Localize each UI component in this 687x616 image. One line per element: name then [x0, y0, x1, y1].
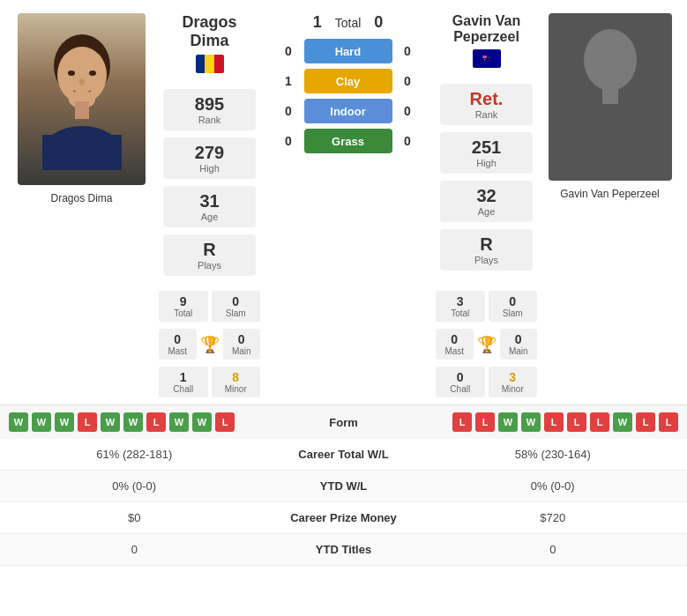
form-badge-left-7: L: [146, 412, 166, 432]
form-left: W W W L W W L W W L: [9, 412, 300, 432]
form-badge-right-6: L: [567, 412, 586, 432]
right-plays-label: Plays: [447, 255, 526, 265]
svg-point-4: [79, 78, 85, 85]
score-left: 1: [309, 13, 326, 32]
left-player-photo-section: Dragos Dima: [9, 13, 154, 278]
right-mast-num: 0: [439, 332, 470, 346]
left-slam-cell: 0 Slam: [212, 291, 261, 322]
left-total-num: 9: [162, 294, 205, 308]
left-player-silhouette: [38, 29, 126, 170]
form-badge-right-7: L: [590, 412, 609, 432]
form-badge-right-3: W: [498, 412, 518, 432]
left-slam-num: 0: [215, 294, 258, 308]
left-slam-label: Slam: [215, 308, 258, 318]
ytd-titles-center: YTD Titles: [256, 543, 432, 556]
ytd-wl-center: YTD W/L: [256, 479, 432, 493]
left-minor-num: 8: [215, 370, 258, 384]
right-age-num: 32: [447, 186, 526, 206]
surface-buttons: 0 Hard 0 1 Clay 0 0 Indoor 0: [265, 39, 431, 153]
right-chall-minor: 0 Chall 3 Minor: [436, 367, 537, 397]
flag-blue: [196, 55, 205, 73]
svg-rect-10: [602, 85, 618, 104]
left-chall-cell: 1 Chall: [159, 367, 208, 397]
form-right: L L W W L L L W L L: [388, 412, 679, 432]
left-high-label: High: [170, 163, 249, 174]
surface-grass-row: 0 Grass 0: [265, 129, 431, 153]
left-age-num: 31: [170, 191, 249, 212]
right-main-cell: 0 Main: [500, 329, 538, 360]
right-high-num: 251: [447, 137, 526, 158]
right-flag: 🇦🇺: [473, 49, 501, 68]
indoor-button[interactable]: Indoor: [304, 99, 392, 123]
center-section: 1 Total 0 0 Hard 0 1 Clay 0: [265, 13, 431, 278]
surface-clay-row: 1 Clay 0: [265, 69, 431, 93]
right-mast-cell: 0 Mast: [436, 329, 474, 360]
left-age-label: Age: [170, 212, 249, 222]
left-minor-label: Minor: [215, 384, 258, 394]
right-total-cell: 3 Total: [436, 291, 485, 322]
ytd-titles-left: 0: [13, 543, 256, 556]
career-total-left: 61% (282-181): [13, 448, 256, 461]
left-plays-val: R: [170, 240, 249, 260]
left-chall-minor: 1 Chall 8 Minor: [159, 367, 260, 397]
form-badge-right-8: W: [613, 412, 632, 432]
grass-button[interactable]: Grass: [304, 129, 392, 153]
prize-money-left: $0: [13, 511, 256, 524]
right-total-label: Total: [439, 308, 482, 318]
form-badge-right-4: W: [521, 412, 541, 432]
form-badge-left-8: W: [169, 412, 189, 432]
left-flag: [196, 55, 224, 73]
right-rank-num: Ret.: [447, 89, 526, 109]
surface-hard-row: 0 Hard 0: [265, 39, 431, 63]
trophy-icon-left: 🏆: [200, 335, 220, 354]
left-main-num: 0: [227, 332, 258, 346]
left-mast-num: 0: [162, 332, 193, 346]
right-plays-val: R: [447, 234, 526, 255]
left-total-slam: 9 Total 0 Slam: [159, 291, 260, 322]
career-total-row: 61% (282-181) Career Total W/L 58% (230-…: [0, 439, 687, 471]
svg-point-9: [584, 29, 637, 91]
hard-button[interactable]: Hard: [304, 39, 392, 63]
form-badge-left-9: W: [192, 412, 212, 432]
right-detail-stats: 3 Total 0 Slam 0 Mast 🏆 0 Main: [436, 287, 537, 397]
ytd-wl-left: 0% (0-0): [13, 479, 256, 493]
left-age-block: 31 Age: [163, 186, 256, 227]
left-mast-label: Mast: [162, 346, 193, 356]
left-high-num: 279: [170, 143, 249, 163]
left-player-name: Dragos Dima: [163, 13, 256, 50]
right-minor-num: 3: [492, 370, 534, 384]
right-age-block: 32 Age: [440, 181, 533, 222]
clay-button[interactable]: Clay: [304, 69, 392, 93]
right-plays-block: R Plays: [440, 229, 533, 271]
ytd-titles-right: 0: [432, 543, 675, 556]
trophy-icon-right: 🏆: [477, 335, 497, 354]
left-high-block: 279 High: [163, 137, 256, 179]
right-player-silhouette: [562, 16, 659, 179]
svg-rect-8: [42, 135, 122, 170]
right-player-photo-section: Gavin Van Peperzeel: [541, 13, 678, 278]
flag-red: [214, 55, 224, 73]
form-badge-right-5: L: [544, 412, 564, 432]
right-high-label: High: [447, 158, 526, 168]
form-badge-right-1: L: [452, 412, 472, 432]
form-label: Form: [309, 416, 379, 429]
right-age-label: Age: [447, 206, 526, 217]
left-stats: Dragos Dima 895 Rank 279 High: [159, 13, 260, 278]
hard-score-right: 0: [401, 44, 414, 58]
form-badge-left-2: W: [32, 412, 51, 432]
right-flag-row: 🇦🇺: [473, 49, 501, 68]
left-plays-label: Plays: [170, 260, 249, 271]
right-player-header: Gavin Van Peperzeel 🇦🇺: [440, 13, 533, 75]
svg-rect-12: [566, 122, 654, 179]
flag-yellow: [205, 55, 214, 73]
left-player-photo: [18, 13, 146, 185]
left-main-label: Main: [227, 346, 258, 356]
form-badge-right-2: L: [475, 412, 495, 432]
right-rank-label: Rank: [447, 109, 526, 120]
right-slam-num: 0: [492, 294, 534, 308]
left-player-header: Dragos Dima: [163, 13, 256, 80]
left-flag-row: [196, 55, 224, 73]
prize-money-right: $720: [432, 511, 675, 524]
surface-indoor-row: 0 Indoor 0: [265, 99, 431, 123]
clay-score-left: 1: [282, 74, 295, 88]
